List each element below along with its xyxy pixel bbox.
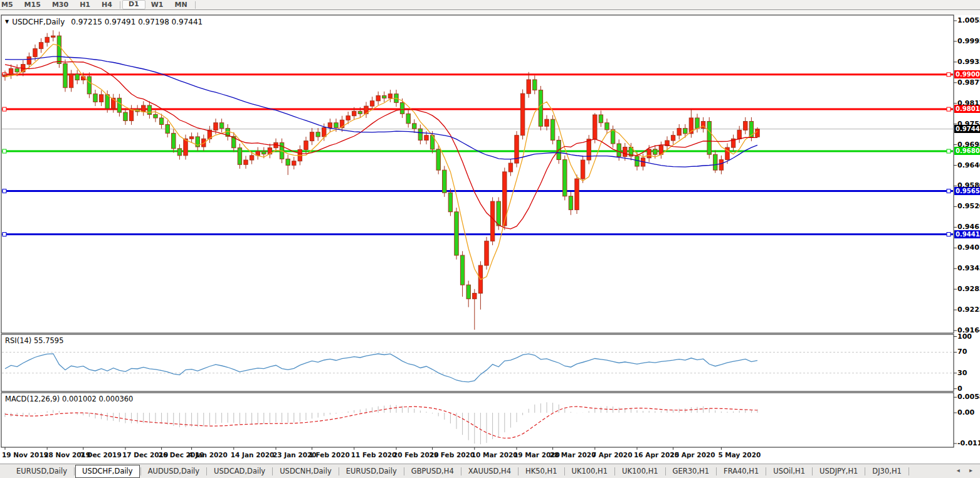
candle-bear [460,255,464,285]
candle-bear [551,119,554,140]
candle-bear [75,74,79,80]
candle-bear [124,112,127,120]
hline-left-marker[interactable] [3,107,6,111]
candle-bull [623,147,627,157]
candle-bull [756,129,759,137]
candle-bear [406,114,410,124]
candle-bear [219,123,223,129]
candle-bear [117,98,121,112]
main-chart-panel[interactable] [1,15,954,333]
candle-bull [189,137,193,139]
candle-bull [719,160,723,171]
rsi-panel[interactable] [1,334,954,391]
candle-bear [154,114,157,118]
candle-bull [129,109,133,120]
candle-bull [370,101,374,106]
symbol-tab-AUDUSD-Daily[interactable]: AUDUSD,Daily [142,465,206,477]
tab-separator [865,467,865,475]
candle-bear [418,129,422,140]
symbol-tab-GBPUSD-H4[interactable]: GBPUSD,H4 [405,465,460,477]
candle-bull [485,241,488,265]
symbol-tab-USDCNH-Daily[interactable]: USDCNH,Daily [273,465,338,477]
candle-bull [490,201,494,241]
candle-bull [292,161,296,166]
hline-left-marker[interactable] [3,233,6,236]
candle-bull [744,122,747,130]
candle-bear [539,90,542,127]
symbol-tab-USOil-H1[interactable]: USOil,H1 [767,465,811,477]
candle-bull [424,135,428,141]
candle-bear [15,68,19,72]
symbol-tab-UK100-H1[interactable]: UK100,H1 [616,465,665,477]
candle-bull [45,37,49,42]
chart-canvas[interactable] [0,0,980,478]
candle-bull [677,129,681,135]
candle-bear [695,118,699,129]
candle-bear [605,123,609,130]
candle-bear [57,36,61,63]
candle-bull [250,156,253,160]
tab-separator [461,467,461,475]
candle-bear [611,130,614,144]
symbol-tab-EURUSD-Daily[interactable]: EURUSD,Daily [340,465,403,477]
hline-right-marker[interactable] [947,189,951,193]
candle-bull [27,56,31,64]
candle-bear [262,151,266,154]
tab-separator [74,467,75,475]
candle-bear [714,154,717,170]
hline-left-marker[interactable] [3,189,6,193]
candle-bear [105,95,109,109]
candle-bear [93,94,97,102]
candle-bear [87,77,91,94]
candle-bull [69,74,73,88]
symbol-tab-EURUSD-Daily[interactable]: EURUSD,Daily [10,465,73,477]
symbol-tab-DJ30-H1[interactable]: DJ30,H1 [866,465,908,477]
candle-bull [99,95,103,102]
candle-bear [436,149,440,170]
candle-bear [172,133,176,148]
hline-left-marker[interactable] [3,149,6,153]
tab-separator [766,467,766,475]
candle-bull [376,95,380,100]
date-axis[interactable] [0,447,954,464]
candle-bear [316,132,320,137]
candle-bull [51,36,55,37]
tab-separator [812,467,813,475]
hline-right-marker[interactable] [947,233,951,236]
candle-bear [286,159,290,165]
candle-bull [527,80,530,93]
symbol-tab-USDCHF-Daily[interactable]: USDCHF,Daily [75,465,140,478]
candle-bear [443,170,446,193]
symbol-tab-XAUUSD-H4[interactable]: XAUUSD,H4 [462,465,517,477]
tab-separator [665,467,666,475]
candle-bear [533,80,537,90]
hline-right-marker[interactable] [947,149,951,153]
candle-bull [346,116,350,120]
symbol-tab-USDCAD-Daily[interactable]: USDCAD,Daily [208,465,271,477]
macd-panel[interactable] [1,393,954,447]
mt4-window: M5M15M30H1H4D1W1MN ▼USDCHF,Daily0.97215 … [0,0,980,478]
candle-bear [63,63,67,87]
candle-bear [358,111,362,114]
tab-separator [614,467,615,475]
candle-bear [707,122,711,155]
symbol-tab-USDJPY-H1[interactable]: USDJPY,H1 [813,465,864,477]
tab-scroll-arrows[interactable]: ◂ ▸ [957,467,976,474]
tab-separator [272,467,273,475]
candle-bull [352,111,356,115]
symbol-tab-UK100-H1[interactable]: UK100,H1 [566,465,614,477]
tab-separator [716,467,717,475]
candle-bull [142,105,145,112]
candle-bull [328,123,332,128]
symbol-tab-GER30-H1[interactable]: GER30,H1 [667,465,715,477]
candle-bull [520,93,524,135]
symbol-tab-FRA40-H1[interactable]: FRA40,H1 [717,465,765,477]
candle-bull [244,160,248,164]
tab-separator [140,467,141,475]
candle-bear [238,148,241,165]
hline-right-marker[interactable] [947,73,951,77]
candle-bull [202,139,206,147]
candle-bear [563,160,567,196]
symbol-tab-HK50-H1[interactable]: HK50,H1 [519,465,563,477]
hline-right-marker[interactable] [947,107,951,111]
